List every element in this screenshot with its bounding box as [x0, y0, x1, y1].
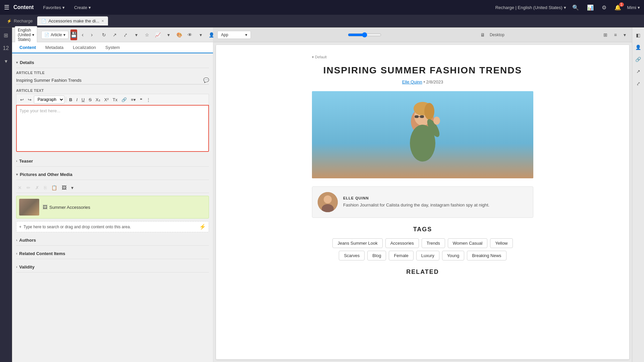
site-selector-chevron-icon: ▾	[564, 5, 566, 10]
media-more-button[interactable]: ▾	[69, 184, 75, 191]
undo-button[interactable]: ↩	[18, 96, 25, 103]
article-title-text: Inspiring Summer Fashion Trends	[16, 78, 82, 83]
bold-button[interactable]: B	[67, 96, 74, 103]
tab-metadata[interactable]: Metadata	[41, 42, 68, 53]
next-arrow-button[interactable]: ›	[88, 31, 95, 39]
tag-yellow[interactable]: Yellow	[490, 238, 513, 248]
tab-recharge[interactable]: ⚡ Recharge	[3, 16, 37, 25]
preview-grid-icon[interactable]: ⊞	[601, 31, 609, 39]
media-edit-button[interactable]: ✏	[25, 184, 32, 191]
article-text-label: Article Text	[16, 88, 209, 93]
strikethrough-button[interactable]: S	[87, 96, 93, 103]
article-type-selector[interactable]: 📄 Article ▾	[41, 31, 68, 39]
color-icon[interactable]: 🎨	[174, 30, 184, 40]
subscript-button[interactable]: X₂	[94, 96, 102, 103]
quote-button[interactable]: ❝	[138, 96, 144, 103]
authors-section-header[interactable]: › Authors	[16, 235, 209, 246]
tag-young[interactable]: Young	[442, 251, 464, 260]
svg-rect-3	[415, 115, 419, 118]
refresh-icon[interactable]: ↻	[99, 30, 109, 40]
save-button[interactable]: 💾	[70, 29, 77, 40]
collapse-arrow[interactable]: ▾	[312, 55, 314, 59]
details-section-header[interactable]: ▾ Details	[16, 57, 209, 68]
paragraph-select[interactable]: Paragraph	[34, 96, 64, 104]
tag-luxury[interactable]: Luxury	[416, 251, 439, 260]
media-remove-button[interactable]: ✗	[34, 184, 41, 191]
teaser-section-header[interactable]: › Teaser	[16, 156, 209, 167]
create-menu[interactable]: Create ▾	[71, 4, 94, 11]
tab-recharge-label: Recharge	[14, 18, 33, 23]
side-panel-icon-4[interactable]: ↗	[633, 66, 643, 76]
sidebar-grid-icon[interactable]: ⊞	[1, 30, 11, 41]
side-panel-icon-3[interactable]: 🔗	[633, 54, 643, 64]
preview-chevron-icon[interactable]: ▾	[622, 31, 628, 39]
more-button[interactable]: ⋮	[145, 96, 152, 103]
comment-icon[interactable]: 💬	[203, 77, 209, 83]
ai-icon: ⚡	[199, 224, 206, 230]
media-section-header[interactable]: ▾ Pictures and Other Media	[16, 169, 209, 180]
view-selector-chevron-icon: ▾	[245, 33, 247, 37]
tag-women-casual[interactable]: Women Casual	[448, 238, 488, 248]
side-panel-icon-5[interactable]: ⤤	[633, 78, 643, 88]
menu-icon[interactable]: ☰	[4, 4, 9, 11]
share-icon[interactable]: ⤤	[121, 30, 130, 40]
notifications-icon[interactable]: 🔔 1	[612, 3, 623, 12]
sidebar-chevron-icon[interactable]: ▾	[1, 56, 11, 66]
tab-content[interactable]: Content	[15, 42, 41, 53]
tab-article[interactable]: 📄 Accessories make the di... ✕	[37, 16, 108, 25]
tag-trends[interactable]: Trends	[422, 238, 445, 248]
link-button[interactable]: 🔗	[120, 96, 128, 103]
preview-list-icon[interactable]: ≡	[612, 31, 619, 39]
underline-button[interactable]: U	[80, 96, 86, 103]
eye-chevron-icon[interactable]: ▾	[196, 30, 205, 40]
tab-system-label: System	[105, 45, 120, 50]
tag-breaking-news[interactable]: Breaking News	[467, 251, 506, 260]
chart-icon[interactable]: 📈	[153, 30, 162, 40]
tag-scarves[interactable]: Scarves	[339, 251, 365, 260]
preview-default-label: ▾ Default	[312, 55, 533, 59]
media-copy-button[interactable]: ⎘	[42, 184, 48, 191]
user-menu[interactable]: Mimi ▾	[627, 5, 640, 10]
tab-close-icon[interactable]: ✕	[101, 19, 104, 23]
tab-localization[interactable]: Localization	[68, 42, 101, 53]
chart-chevron-icon[interactable]: ▾	[164, 30, 173, 40]
clear-format-button[interactable]: Tx	[111, 96, 119, 103]
add-content-area[interactable]: + Type here to search or drag and drop c…	[16, 221, 209, 232]
language-selector[interactable]: English (United States) ▾	[15, 26, 37, 44]
settings-icon[interactable]: ⚙	[600, 3, 608, 12]
prev-arrow-button[interactable]: ‹	[79, 31, 86, 39]
side-panel-icon-2[interactable]: 👤	[633, 42, 643, 52]
media-image-button[interactable]: 🖼	[60, 184, 68, 191]
editor-icons: ↻ ↗ ⤤ ▾ ☆ 📈 ▾ 🎨 👁 ▾ 👤 ▾	[99, 30, 227, 40]
superscript-button[interactable]: X²	[103, 96, 110, 103]
tab-system[interactable]: System	[101, 42, 124, 53]
italic-button[interactable]: I	[74, 96, 79, 103]
sidebar-number-icon[interactable]: 12	[1, 43, 11, 53]
zoom-slider[interactable]	[348, 32, 381, 38]
redo-button[interactable]: ↪	[26, 96, 33, 103]
share-chevron-icon[interactable]: ▾	[131, 30, 141, 40]
favorites-menu[interactable]: Favorites ▾	[40, 4, 67, 11]
tag-blog[interactable]: Blog	[367, 251, 386, 260]
media-section: ▾ Pictures and Other Media ✕ ✏ ✗ ⎘ 📋 🖼 ▾	[16, 169, 209, 232]
media-delete-button[interactable]: ✕	[16, 184, 23, 191]
export-icon[interactable]: ↗	[110, 30, 119, 40]
site-selector[interactable]: Recharge | English (United States) ▾	[495, 5, 566, 10]
eye-icon[interactable]: 👁	[185, 30, 195, 40]
search-icon[interactable]: 🔍	[570, 3, 581, 12]
tag-female[interactable]: Female	[389, 251, 413, 260]
media-paste-button[interactable]: 📋	[50, 184, 59, 191]
side-panel-icon-1[interactable]: ◧	[633, 30, 643, 40]
view-selector[interactable]: App ▾	[217, 31, 251, 39]
article-text-editor[interactable]: Type your text here...	[16, 105, 209, 152]
tag-accessories[interactable]: Accessories	[385, 238, 419, 248]
related-section-header[interactable]: › Related Content Items	[16, 248, 209, 259]
preview-author-link[interactable]: Elle Quinn	[402, 79, 422, 84]
preview-device-icon[interactable]: 🖥	[478, 31, 487, 39]
align-button[interactable]: ≡▾	[129, 96, 138, 103]
tag-jeans-summer-look[interactable]: Jeans Summer Look	[332, 238, 382, 248]
validity-section-header[interactable]: › Validity	[16, 262, 209, 273]
analytics-icon[interactable]: 📊	[585, 3, 596, 12]
editor-panel: English (United States) ▾ 📄 Article ▾ 💾 …	[12, 27, 213, 362]
star-icon[interactable]: ☆	[142, 30, 152, 40]
